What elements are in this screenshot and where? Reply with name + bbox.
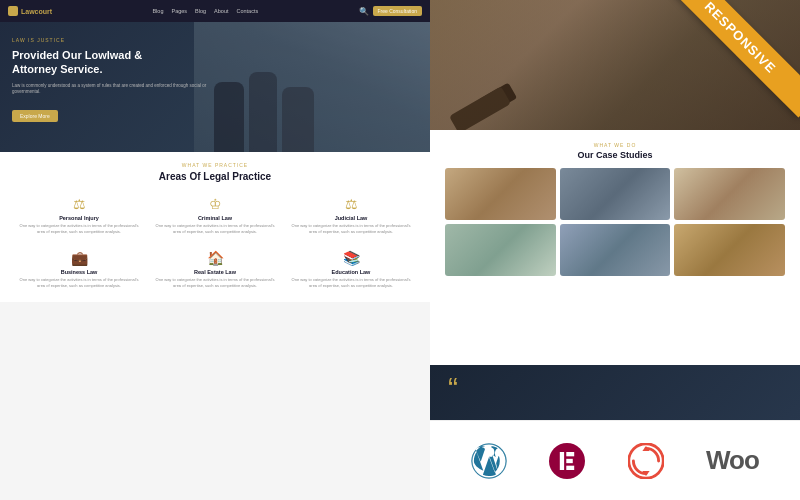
nav-links: Blog Pages Blog About Contacts [152, 8, 258, 14]
search-icon[interactable]: 🔍 [359, 7, 369, 16]
nav-link-blog2[interactable]: Blog [195, 8, 206, 14]
area-name-business-law: Business Law [19, 269, 139, 275]
nav-link-about[interactable]: About [214, 8, 228, 14]
main-container: Lawcourt Blog Pages Blog About Contacts … [0, 0, 800, 500]
hero-title: Provided Our Lowlwad &Attorney Service. [12, 48, 212, 77]
brand-icon [8, 6, 18, 16]
case-title: Our Case Studies [445, 150, 785, 160]
svg-rect-4 [567, 452, 575, 456]
nav-link-pages[interactable]: Pages [171, 8, 187, 14]
nav-link-contacts[interactable]: Contacts [236, 8, 258, 14]
criminal-law-icon: ♔ [155, 196, 275, 212]
area-business-law: 💼 Business Law One way to categorize the… [15, 246, 143, 292]
svg-rect-5 [567, 458, 573, 462]
case-tag: What We Do [445, 142, 785, 148]
responsive-badge: RESPONSIVE [660, 0, 800, 140]
personal-injury-icon: ⚖ [19, 196, 139, 212]
hero-description: Law is commonly understood as a system o… [12, 83, 212, 97]
area-desc-business-law: One way to categorize the activities is … [19, 277, 139, 288]
nav-link-blog[interactable]: Blog [152, 8, 163, 14]
quote-mark: “ [448, 373, 458, 403]
woocommerce-sync-icon [628, 443, 664, 479]
svg-rect-3 [560, 452, 564, 470]
explore-more-button[interactable]: Explore More [12, 110, 58, 122]
case-image-2 [560, 168, 671, 220]
areas-tag: What We Practice [15, 162, 415, 168]
area-name-criminal-law: Criminal Law [155, 215, 275, 221]
woo-text-label: Woo [706, 445, 759, 476]
logos-bar: Woo [430, 420, 800, 500]
area-desc-education-law: One way to categorize the activities is … [291, 277, 411, 288]
area-personal-injury: ⚖ Personal Injury One way to categorize … [15, 192, 143, 238]
areas-grid: ⚖ Personal Injury One way to categorize … [15, 192, 415, 292]
svg-rect-6 [567, 465, 575, 469]
brand-name: Lawcourt [21, 8, 52, 15]
area-desc-judicial-law: One way to categorize the activities is … [291, 223, 411, 234]
hero-image [194, 22, 431, 152]
hero-section: Law is Justice Provided Our Lowlwad &Att… [0, 22, 430, 152]
business-law-icon: 💼 [19, 250, 139, 266]
real-estate-law-icon: 🏠 [155, 250, 275, 266]
navbar: Lawcourt Blog Pages Blog About Contacts … [0, 0, 430, 22]
area-judicial-law: ⚖ Judicial Law One way to categorize the… [287, 192, 415, 238]
case-grid [445, 168, 785, 276]
area-desc-criminal-law: One way to categorize the activities is … [155, 223, 275, 234]
area-name-real-estate-law: Real Estate Law [155, 269, 275, 275]
responsive-badge-label: RESPONSIVE [661, 0, 800, 117]
person-silhouette-3 [282, 87, 314, 152]
education-law-icon: 📚 [291, 250, 411, 266]
person-silhouette-2 [249, 72, 277, 152]
case-studies-section: What We Do Our Case Studies [430, 130, 800, 288]
area-real-estate-law: 🏠 Real Estate Law One way to categorize … [151, 246, 279, 292]
areas-section: What We Practice Areas Of Legal Practice… [0, 152, 430, 302]
hero-content: Law is Justice Provided Our Lowlwad &Att… [12, 37, 212, 122]
area-name-education-law: Education Law [291, 269, 411, 275]
areas-title: Areas Of Legal Practice [15, 171, 415, 182]
left-preview-panel: Lawcourt Blog Pages Blog About Contacts … [0, 0, 430, 500]
case-image-4 [445, 224, 556, 276]
wordpress-logo [471, 443, 507, 479]
area-name-personal-injury: Personal Injury [19, 215, 139, 221]
area-desc-real-estate-law: One way to categorize the activities is … [155, 277, 275, 288]
judicial-law-icon: ⚖ [291, 196, 411, 212]
case-image-6 [674, 224, 785, 276]
case-image-3 [674, 168, 785, 220]
area-name-judicial-law: Judicial Law [291, 215, 411, 221]
person-silhouette-1 [214, 82, 244, 152]
area-criminal-law: ♔ Criminal Law One way to categorize the… [151, 192, 279, 238]
elementor-logo [549, 443, 585, 479]
area-education-law: 📚 Education Law One way to categorize th… [287, 246, 415, 292]
case-image-1 [445, 168, 556, 220]
hero-tag: Law is Justice [12, 37, 212, 43]
area-desc-personal-injury: One way to categorize the activities is … [19, 223, 139, 234]
brand: Lawcourt [8, 6, 52, 16]
free-consultation-button[interactable]: Free Consultation [373, 6, 422, 16]
case-image-5 [560, 224, 671, 276]
